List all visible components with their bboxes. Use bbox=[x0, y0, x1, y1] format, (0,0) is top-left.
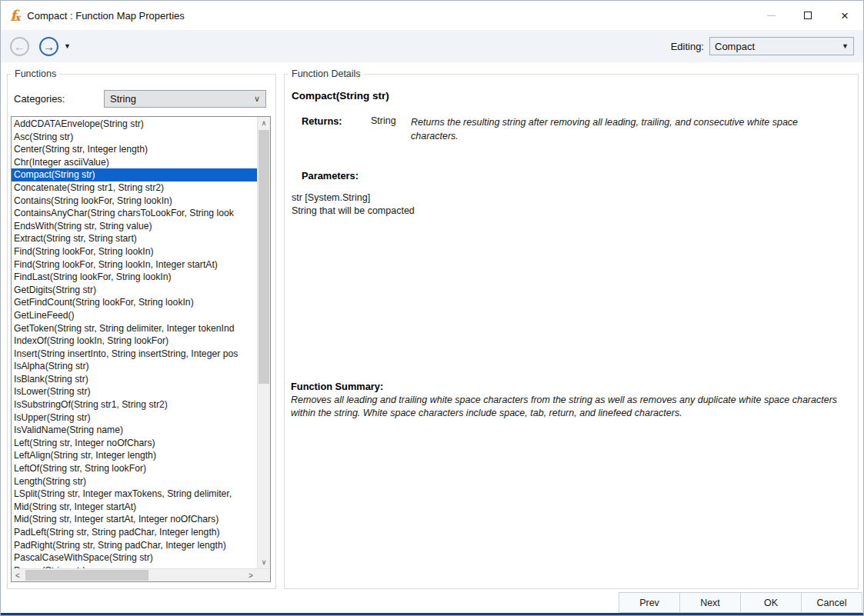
editing-combobox-value: Compact bbox=[715, 41, 755, 52]
list-item[interactable]: Asc(String str) bbox=[12, 131, 257, 144]
scroll-up-icon[interactable]: ∧ bbox=[258, 117, 270, 129]
forward-dropdown-caret-icon[interactable]: ▼ bbox=[64, 42, 71, 50]
returns-type: String bbox=[371, 115, 411, 143]
vertical-scrollbar[interactable]: ∧ ∨ bbox=[257, 117, 270, 568]
prev-button[interactable]: Prev bbox=[619, 592, 680, 613]
list-item[interactable]: IsLower(String str) bbox=[12, 385, 257, 398]
list-item[interactable]: Extract(String str, String start) bbox=[12, 232, 257, 245]
list-item[interactable]: LeftOf(String str, String lookFor) bbox=[12, 462, 257, 475]
ok-button[interactable]: OK bbox=[740, 592, 802, 613]
horizontal-scrollbar-thumb[interactable] bbox=[25, 570, 148, 581]
list-item[interactable]: Left(String str, Integer noOfChars) bbox=[12, 437, 257, 450]
window-title: Compact : Function Map Properties bbox=[27, 10, 184, 22]
parameter-block: str [System.String] String that will be … bbox=[292, 191, 858, 217]
list-item[interactable]: PadLeft(String str, String padChar, Inte… bbox=[12, 526, 257, 539]
close-button[interactable]: × bbox=[826, 1, 863, 30]
close-icon: × bbox=[841, 9, 849, 22]
scroll-right-icon[interactable]: > bbox=[245, 569, 257, 581]
list-item[interactable]: PascalCaseWithSpace(String str) bbox=[12, 551, 257, 564]
fx-icon: fx bbox=[10, 8, 20, 23]
minimize-button[interactable] bbox=[752, 1, 789, 30]
list-item[interactable]: Center(String str, Integer length) bbox=[12, 143, 257, 156]
list-item[interactable]: PadRight(String str, String padChar, Int… bbox=[12, 539, 257, 552]
function-summary-text: Removes all leading and trailing white s… bbox=[291, 394, 839, 419]
list-item[interactable]: Chr(Integer asciiValue) bbox=[12, 156, 257, 169]
window-bottom-border bbox=[1, 613, 863, 615]
list-item[interactable]: IsValidName(String name) bbox=[12, 424, 257, 437]
list-item[interactable]: IsSubstringOf(String str1, String str2) bbox=[12, 398, 257, 411]
returns-description: Returns the resulting string after remov… bbox=[411, 115, 836, 143]
function-signature: Compact(String str) bbox=[292, 90, 858, 102]
list-item[interactable]: IndexOf(String lookIn, String lookFor) bbox=[12, 335, 257, 348]
list-item[interactable]: IsAlpha(String str) bbox=[12, 360, 257, 373]
cancel-button[interactable]: Cancel bbox=[801, 592, 862, 613]
forward-button[interactable]: → bbox=[39, 37, 58, 56]
back-arrow-icon: ← bbox=[14, 41, 25, 52]
editing-label: Editing: bbox=[671, 41, 704, 52]
function-details-group-label: Function Details bbox=[289, 68, 364, 79]
list-item[interactable]: Mid(String str, Integer startAt) bbox=[12, 501, 257, 514]
scroll-down-icon[interactable]: ∨ bbox=[258, 556, 270, 568]
list-item[interactable]: ContainsAnyChar(String charsToLookFor, S… bbox=[12, 207, 257, 220]
returns-label: Returns: bbox=[302, 115, 371, 143]
categories-combobox[interactable]: String ∨ bbox=[104, 90, 266, 108]
dropdown-arrow-icon: ▼ bbox=[842, 42, 849, 50]
list-item[interactable]: Mid(String str, Integer startAt, Integer… bbox=[12, 513, 257, 526]
list-item[interactable]: Insert(String insertInto, String insertS… bbox=[12, 348, 257, 361]
footer-button-row: Prev Next OK Cancel bbox=[619, 592, 862, 613]
parameter-name: str [System.String] bbox=[292, 191, 858, 204]
list-item[interactable]: Find(String lookFor, String lookIn) bbox=[12, 245, 257, 258]
list-item[interactable]: Compact(String str) bbox=[12, 168, 257, 181]
title-bar: fx Compact : Function Map Properties × bbox=[1, 1, 863, 30]
list-item[interactable]: Concatenate(String str1, String str2) bbox=[12, 181, 257, 195]
list-item[interactable]: GetToken(String str, String delimiter, I… bbox=[12, 322, 257, 335]
minimize-icon bbox=[767, 15, 776, 16]
list-item[interactable]: FindLast(String lookFor, String lookIn) bbox=[12, 271, 257, 284]
list-item[interactable]: AddCDATAEnvelope(String str) bbox=[12, 118, 257, 131]
horizontal-scrollbar[interactable]: < > bbox=[12, 568, 270, 581]
scroll-left-icon[interactable]: < bbox=[12, 569, 24, 581]
list-item[interactable]: GetLineFeed() bbox=[12, 309, 257, 322]
categories-label: Categories: bbox=[14, 93, 65, 105]
list-item[interactable]: Length(String str) bbox=[12, 475, 257, 488]
back-button[interactable]: ← bbox=[10, 37, 29, 56]
returns-row: Returns: String Returns the resulting st… bbox=[302, 115, 858, 143]
list-item[interactable]: LSplit(String str, Integer maxTokens, St… bbox=[12, 488, 257, 501]
maximize-button[interactable] bbox=[789, 1, 826, 30]
function-map-properties-window: fx Compact : Function Map Properties × ←… bbox=[0, 0, 864, 616]
list-item[interactable]: EndsWith(String str, String value) bbox=[12, 220, 257, 233]
toolbar: ← → ▼ Editing: Compact ▼ bbox=[1, 30, 863, 62]
list-item[interactable]: GetDigits(String str) bbox=[12, 284, 257, 297]
forward-arrow-icon: → bbox=[43, 41, 55, 52]
list-item[interactable]: IsBlank(String str) bbox=[12, 373, 257, 386]
list-item[interactable]: Contains(String lookFor, String lookIn) bbox=[12, 195, 257, 208]
next-button[interactable]: Next bbox=[679, 592, 741, 613]
functions-group: Functions Categories: String ∨ AddCDATAE… bbox=[7, 68, 276, 589]
functions-group-label: Functions bbox=[12, 68, 59, 79]
function-summary: Function Summary: Removes all leading an… bbox=[291, 381, 836, 419]
editing-combobox[interactable]: Compact ▼ bbox=[709, 37, 854, 55]
maximize-icon bbox=[804, 12, 812, 19]
vertical-scrollbar-thumb[interactable] bbox=[259, 130, 269, 384]
list-item[interactable]: GetFindCount(String lookFor, String look… bbox=[12, 296, 257, 309]
parameter-description: String that will be compacted bbox=[292, 205, 858, 217]
categories-combobox-value: String bbox=[110, 93, 136, 105]
function-summary-label: Function Summary: bbox=[291, 381, 836, 392]
parameters-label: Parameters: bbox=[302, 170, 858, 181]
function-details-group: Function Details Compact(String str) Ret… bbox=[284, 68, 859, 589]
function-list: AddCDATAEnvelope(String str)Asc(String s… bbox=[12, 118, 257, 568]
list-item[interactable]: IsUpper(String str) bbox=[12, 411, 257, 425]
list-item[interactable]: Find(String lookFor, String lookIn, Inte… bbox=[12, 258, 257, 271]
chevron-down-icon: ∨ bbox=[254, 94, 260, 104]
list-item[interactable]: LeftAlign(String str, Integer length) bbox=[12, 449, 257, 462]
function-listbox: AddCDATAEnvelope(String str)Asc(String s… bbox=[11, 116, 271, 582]
